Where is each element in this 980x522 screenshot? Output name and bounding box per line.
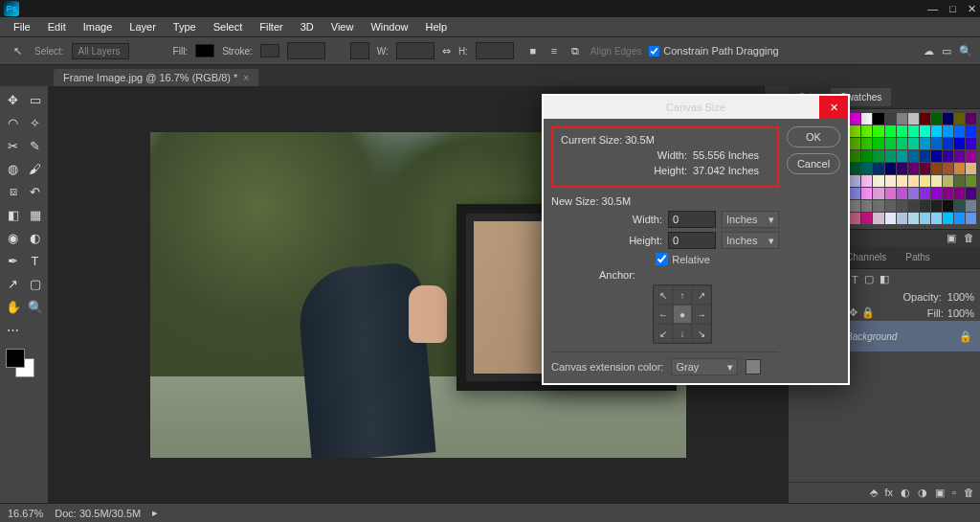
swatch-color[interactable]: [897, 188, 907, 199]
close-icon[interactable]: ✕: [968, 3, 976, 15]
mask-icon[interactable]: ◐: [901, 487, 910, 499]
swatch-color[interactable]: [920, 125, 930, 137]
workspace-icon[interactable]: ▭: [942, 45, 951, 57]
swatch-color[interactable]: [873, 188, 883, 199]
blur-tool-icon[interactable]: ◉: [2, 226, 24, 249]
swatch-color[interactable]: [885, 125, 896, 137]
swatch-color[interactable]: [897, 125, 907, 137]
stroke-swatch[interactable]: [260, 44, 279, 57]
height-unit-dropdown[interactable]: Inches▾: [722, 232, 779, 249]
path-tool-icon[interactable]: ↗: [2, 272, 24, 295]
opacity-value[interactable]: 100%: [947, 291, 974, 303]
swatch-color[interactable]: [931, 113, 942, 125]
dialog-titlebar[interactable]: Canvas Size ✕: [544, 96, 848, 119]
swatch-color[interactable]: [897, 213, 907, 224]
menu-filter[interactable]: Filter: [252, 19, 290, 34]
swatch-color[interactable]: [873, 138, 883, 149]
swatch-color[interactable]: [920, 138, 930, 149]
menu-select[interactable]: Select: [206, 19, 251, 34]
filter-smart-icon[interactable]: ◧: [880, 273, 889, 285]
new-swatch-icon[interactable]: ▣: [947, 232, 956, 244]
swatch-color[interactable]: [954, 163, 965, 174]
new-width-input[interactable]: [668, 211, 716, 228]
swatch-color[interactable]: [861, 188, 872, 199]
swatch-color[interactable]: [861, 113, 872, 125]
swatch-color[interactable]: [954, 138, 965, 149]
swatch-color[interactable]: [920, 150, 930, 162]
menu-type[interactable]: Type: [166, 19, 204, 34]
swatch-color[interactable]: [897, 113, 907, 125]
dialog-close-button[interactable]: ✕: [819, 96, 848, 119]
swatch-color[interactable]: [873, 163, 883, 174]
swatch-color[interactable]: [931, 163, 942, 174]
swatch-color[interactable]: [943, 113, 953, 125]
stamp-tool-icon[interactable]: ⧇: [2, 180, 24, 203]
swatch-color[interactable]: [966, 113, 976, 125]
swatch-color[interactable]: [861, 175, 872, 187]
delete-layer-icon[interactable]: 🗑: [964, 487, 974, 499]
swatch-color[interactable]: [943, 188, 953, 199]
swatch-color[interactable]: [908, 175, 919, 187]
swatch-color[interactable]: [931, 213, 942, 224]
filter-type-icon[interactable]: T: [852, 274, 858, 285]
stroke-style[interactable]: [350, 42, 369, 59]
swatch-color[interactable]: [931, 138, 942, 149]
move-tool-icon[interactable]: ✥: [2, 88, 24, 111]
swatch-color[interactable]: [943, 175, 953, 187]
swatch-color[interactable]: [931, 150, 942, 162]
shape-tool-icon[interactable]: ▢: [24, 272, 46, 295]
h-field[interactable]: [476, 42, 514, 59]
minimize-icon[interactable]: —: [927, 3, 938, 15]
status-arrow-icon[interactable]: ▸: [152, 507, 158, 519]
menu-window[interactable]: Window: [363, 19, 415, 34]
type-tool-icon[interactable]: T: [24, 249, 46, 272]
tab-close-icon[interactable]: ×: [243, 73, 249, 83]
swatch-color[interactable]: [873, 175, 883, 187]
swatch-color[interactable]: [908, 200, 919, 212]
swatch-color[interactable]: [966, 138, 976, 149]
zoom-tool-icon[interactable]: 🔍: [24, 295, 46, 318]
swatch-color[interactable]: [954, 150, 965, 162]
relative-checkbox[interactable]: Relative: [656, 253, 710, 265]
swatch-color[interactable]: [908, 188, 919, 199]
swatch-color[interactable]: [908, 125, 919, 137]
history-brush-icon[interactable]: ↶: [24, 180, 46, 203]
swatch-color[interactable]: [966, 213, 976, 224]
marquee-tool-icon[interactable]: ▭: [24, 88, 46, 111]
swatch-color[interactable]: [954, 113, 965, 125]
swatch-color[interactable]: [920, 175, 930, 187]
swatch-color[interactable]: [908, 113, 919, 125]
heal-tool-icon[interactable]: ◍: [2, 157, 24, 180]
fg-color-chip[interactable]: [6, 349, 25, 368]
swatch-color[interactable]: [943, 125, 953, 137]
swatch-color[interactable]: [885, 150, 896, 162]
swatch-color[interactable]: [885, 175, 896, 187]
swatch-color[interactable]: [954, 213, 965, 224]
swatch-color[interactable]: [873, 150, 883, 162]
link-wh-icon[interactable]: ⇔: [442, 45, 451, 57]
delete-swatch-icon[interactable]: 🗑: [964, 232, 974, 244]
swatch-color[interactable]: [920, 113, 930, 125]
swatch-color[interactable]: [943, 138, 953, 149]
swatch-color[interactable]: [966, 200, 976, 212]
maximize-icon[interactable]: □: [949, 3, 956, 15]
zoom-level[interactable]: 16.67%: [8, 508, 43, 519]
color-chips[interactable]: [2, 345, 46, 383]
menu-help[interactable]: Help: [418, 19, 456, 34]
adjustment-icon[interactable]: ◑: [918, 487, 927, 499]
swatch-color[interactable]: [954, 188, 965, 199]
swatch-color[interactable]: [885, 200, 896, 212]
group-icon[interactable]: ▣: [935, 487, 945, 499]
edit-toolbar-icon[interactable]: ⋯: [2, 318, 24, 341]
swatch-color[interactable]: [908, 163, 919, 174]
swatch-color[interactable]: [920, 163, 930, 174]
extension-color-preview[interactable]: [746, 359, 761, 374]
fx-icon[interactable]: fx: [885, 487, 894, 499]
pen-tool-icon[interactable]: ✒: [2, 249, 24, 272]
lock-pos-icon[interactable]: ✥: [849, 306, 858, 319]
paths-tab[interactable]: Paths: [896, 248, 940, 266]
swatch-color[interactable]: [885, 213, 896, 224]
shape-rect-icon[interactable]: ■: [525, 43, 541, 58]
fill-swatch[interactable]: [195, 44, 214, 57]
path-align-icon[interactable]: ≡: [546, 43, 562, 58]
